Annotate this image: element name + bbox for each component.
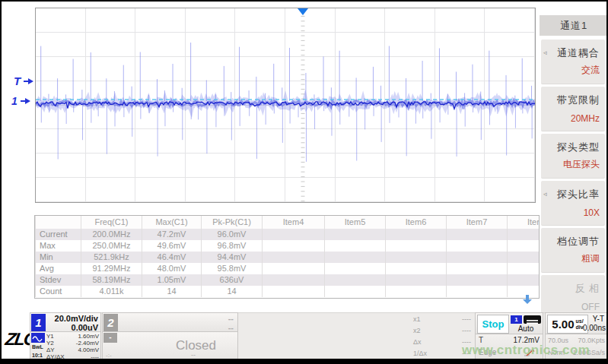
trigger-position-marker-icon[interactable] (298, 8, 308, 15)
table-cell: 96.8mV (202, 240, 263, 252)
table-corner-cell (36, 216, 81, 229)
table-cell: 250.0MHz (81, 240, 142, 252)
table-cell (386, 263, 447, 274)
sidebar-item-1[interactable]: ◃通道耦合交流 (541, 40, 605, 84)
table-scroll-down-button[interactable] (522, 294, 533, 305)
table-cell (386, 252, 447, 263)
table-cell (386, 286, 447, 297)
table-row-label: Count (36, 286, 81, 297)
trigger-level-marker[interactable]: T (14, 74, 33, 87)
sidebar-item-5[interactable]: 档位调节粗调 (541, 228, 605, 273)
channel1-position-marker[interactable]: 1 (11, 95, 30, 107)
table-cell (325, 263, 386, 274)
table-row: Max250.0MHz49.6mV96.8mV (36, 240, 540, 252)
table-cell (263, 274, 325, 286)
sidebar-item-3[interactable]: 探头类型电压探头 (541, 134, 605, 179)
table-cell: 96.0mV (202, 229, 263, 240)
table-cell (447, 252, 508, 263)
x-cursor-row-value: ---- (462, 314, 471, 325)
table-row: Stdev58.19MHz1.05mV636uV (36, 274, 540, 286)
right-arrow-icon (28, 78, 33, 84)
table-cell: 91.29MHz (81, 263, 142, 274)
menu-item-value: 电压探头 (563, 158, 600, 171)
table-cell: 95.8mV (202, 263, 263, 274)
table-cell (508, 274, 540, 286)
table-row: Current200.0MHz47.2mV96.0mV (36, 229, 540, 240)
y-cursor-row: ΔY4.00mV (46, 347, 99, 353)
timebase-scale-box[interactable]: 5.00 us/ div (547, 315, 588, 334)
table-cell (508, 252, 540, 263)
channel1-scale-panel: 1 20.0mV/div 0.00uV (30, 312, 101, 332)
table-row-label: Avg (36, 263, 81, 274)
menu-item-label: 带宽限制 (557, 93, 600, 107)
trigger-mode: Auto (511, 324, 541, 333)
trigger-source-badge: 1 (511, 315, 522, 324)
menu-item-label: 反 相 (575, 282, 600, 296)
channel2-state-panel: - Closed -:- -- (102, 331, 238, 361)
table-cell (386, 240, 447, 252)
table-row: Min521.9kHz46.4mV94.4mV (36, 252, 540, 263)
ac-coupling-icon (31, 333, 45, 343)
table-column-header: Item6 (386, 216, 447, 229)
bandwidth-limit-label: BwL (32, 344, 43, 350)
left-triangle-icon: ◃ (543, 190, 547, 198)
table-cell (325, 240, 386, 252)
table-cell (447, 240, 508, 252)
table-column-header: Max(C1) (142, 216, 202, 229)
bottom-border (2, 359, 606, 362)
table-cell (263, 263, 325, 274)
table-column-header: Item4 (263, 216, 325, 229)
channel2-bottom-right: -- (191, 351, 196, 359)
channel2-scale-panel: 2 -- -- (102, 312, 238, 332)
table-cell (508, 240, 540, 252)
table-cell (386, 229, 447, 240)
table-row-label: Min (36, 252, 81, 263)
menu-item-label: 档位调节 (557, 235, 600, 248)
channel1-volts-per-div: 20.0mV/div (55, 314, 98, 323)
sidebar-item-2[interactable]: 带宽限制20MHz (541, 87, 605, 131)
table-column-header: Item5 (325, 216, 386, 229)
table-row-label: Stdev (36, 274, 81, 286)
channel2-badge: 2 (103, 314, 118, 332)
down-arrow-icon (522, 294, 533, 305)
table-cell: 94.4mV (202, 252, 263, 263)
channel1-status-block[interactable]: 1 20.0mV/div 0.00uV BwL 10:1 Y11.60mVY2-… (30, 312, 101, 361)
menu-item-value: 交流 (581, 64, 600, 77)
table-cell: 14 (202, 286, 263, 297)
table-cell: 1.05mV (142, 274, 202, 286)
channel2-status-block[interactable]: 2 -- -- - Closed -:- -- (102, 312, 238, 361)
x-cursor-row-label: Δx (413, 337, 422, 348)
channel2-coupling-badge: - (103, 333, 117, 343)
menu-item-value: 粗调 (581, 252, 600, 265)
table-cell (508, 229, 540, 240)
sidebar-item-4[interactable]: ◃探头比率10X (541, 181, 605, 226)
table-cell: 14 (142, 286, 202, 297)
x-cursor-row-label: 1/Δx (413, 348, 427, 359)
menu-item-value: 20MHz (571, 113, 600, 124)
table-cell (325, 274, 386, 286)
y-cursor-row-value: -2.40mV (76, 340, 99, 347)
table-cell: 47.2mV (142, 229, 202, 240)
right-arrow-icon (25, 98, 30, 104)
timebase-scale: 5.00 (552, 318, 574, 331)
menu-item-label: 探头类型 (557, 141, 600, 154)
trigger-coupling-icon (524, 315, 541, 324)
y-cursor-row: Y11.60mV (46, 333, 99, 340)
x-cursor-row-label: x2 (413, 325, 421, 337)
table-cell (263, 252, 325, 263)
y-cursor-row-value: 1.60mV (78, 333, 99, 340)
y-cursor-row-label: Y1 (46, 333, 54, 340)
table-row-label: Current (36, 229, 81, 240)
table-cell: 521.9kHz (81, 252, 142, 263)
table-cell: 200.0MHz (81, 229, 142, 240)
y-cursor-row-label: ΔY (46, 347, 55, 353)
channel2-line1: -- (228, 314, 234, 323)
table-cell: 636uV (202, 274, 263, 286)
table-cell (325, 229, 386, 240)
x-cursor-row-value: ---- (462, 325, 471, 337)
run-state-indicator[interactable]: Stop (477, 315, 509, 334)
table-cell: 46.4mV (142, 252, 202, 263)
table-cell (263, 286, 325, 297)
waveform-trace (36, 8, 535, 202)
channel1-cursor-readouts: Y11.60mVY2-2.40mVΔY4.00mVΔY/ΔX---- (46, 333, 99, 360)
